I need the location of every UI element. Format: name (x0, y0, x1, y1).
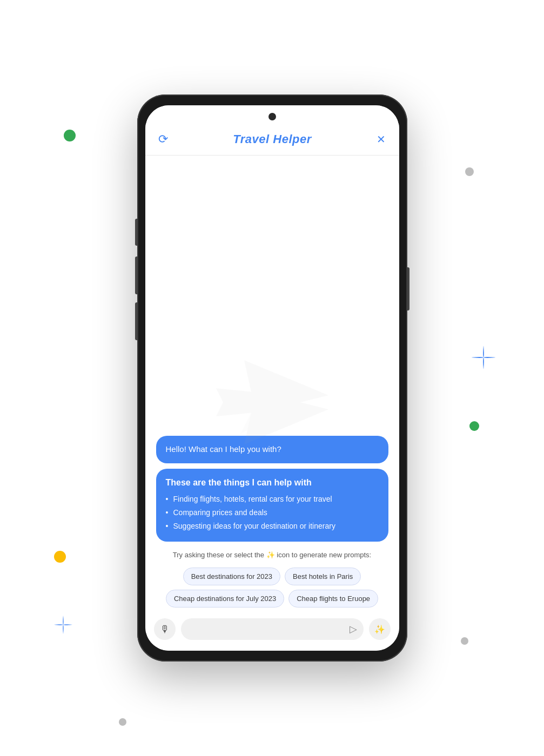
deco-green-dot-right-mid (469, 421, 479, 431)
phone-screen: ⟳ Travel Helper ✕ Hello! What can I help… (145, 105, 399, 651)
deco-yellow-dot-left (54, 551, 66, 563)
send-button[interactable]: ▷ (350, 623, 357, 635)
bubble-capabilities: These are the things I can help with Fin… (156, 469, 388, 542)
deco-green-dot-top (64, 130, 76, 141)
chip-3[interactable]: Cheap destinations for July 2023 (166, 590, 284, 608)
deco-gray-dot-right-top (465, 167, 474, 176)
chip-4[interactable]: Cheap flights to Eruope (288, 590, 378, 608)
side-button-left-3 (135, 302, 137, 340)
magic-hint-icon: ✨ (266, 550, 275, 560)
close-button[interactable]: ✕ (377, 133, 386, 146)
side-button-left-1 (135, 219, 137, 246)
phone-frame: ⟳ Travel Helper ✕ Hello! What can I help… (137, 94, 407, 662)
app-title: Travel Helper (233, 132, 312, 146)
input-bar: 🎙 ▷ ✨ (145, 613, 399, 651)
side-button-right (407, 267, 409, 310)
capability-item-2: Comparing prices and deals (166, 507, 379, 518)
magic-icon: ✨ (374, 624, 385, 634)
bubble-capabilities-list: Finding flights, hotels, rental cars for… (166, 494, 379, 532)
chip-1[interactable]: Best destinations for 2023 (183, 568, 280, 585)
history-icon[interactable]: ⟳ (158, 132, 168, 146)
bubble-capabilities-title: These are the things I can help with (166, 476, 379, 489)
capability-item-1: Finding flights, hotels, rental cars for… (166, 494, 379, 505)
deco-gray-dot-right-bot (461, 637, 468, 645)
messages-container: Hello! What can I help you with? These a… (145, 427, 399, 546)
chip-2[interactable]: Best hotels in Paris (285, 568, 361, 585)
mic-button[interactable]: 🎙 (154, 618, 176, 640)
star-blue-right (472, 346, 495, 373)
prompt-hint: Try asking these or select the ✨ icon to… (145, 546, 399, 565)
mic-icon: 🎙 (160, 624, 170, 635)
suggestion-chips: Best destinations for 2023 Best hotels i… (145, 565, 399, 613)
magic-button[interactable]: ✨ (369, 618, 391, 640)
star-blue-left (54, 616, 72, 637)
camera-notch (268, 113, 276, 120)
side-button-left-2 (135, 256, 137, 294)
chat-area: Hello! What can I help you with? These a… (145, 156, 399, 651)
text-input-wrap[interactable]: ▷ (181, 618, 364, 640)
deco-gray-dot-bot-left (119, 718, 126, 726)
bubble-greeting: Hello! What can I help you with? (156, 436, 388, 463)
capability-item-3: Suggesting ideas for your destination or… (166, 521, 379, 532)
